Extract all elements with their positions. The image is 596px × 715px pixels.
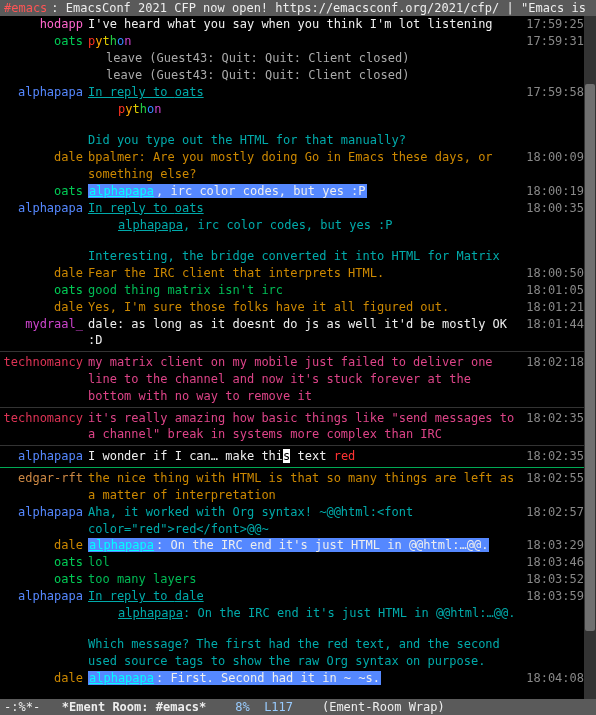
modeline-mode: (Ement-Room Wrap) bbox=[322, 700, 445, 714]
message-text: it's really amazing how basic things lik… bbox=[86, 410, 520, 444]
nick: oats bbox=[0, 554, 86, 571]
link[interactable]: alphapapa bbox=[88, 538, 155, 552]
chat-row: daleYes, I'm sure those folks have it al… bbox=[0, 299, 584, 316]
chat-row: leave (Guest43: Quit: Quit: Client close… bbox=[0, 50, 584, 67]
rainbow-text: python bbox=[118, 102, 161, 116]
chat-log[interactable]: hodappI've heard what you say when you t… bbox=[0, 16, 584, 699]
nick: dale bbox=[0, 265, 86, 282]
chat-row: alphapapaI wonder if I can… make this te… bbox=[0, 448, 584, 465]
chat-row: Interesting, the bridge converted it int… bbox=[0, 248, 584, 265]
modeline-pos: 8% bbox=[235, 700, 249, 714]
nick: alphapapa bbox=[0, 84, 86, 101]
modeline-line: L117 bbox=[264, 700, 293, 714]
link[interactable]: In reply to bbox=[88, 85, 175, 99]
link[interactable]: alphapapa bbox=[88, 671, 155, 685]
nick: hodapp bbox=[0, 16, 86, 33]
timestamp: 18:00:09 bbox=[520, 149, 584, 166]
nick: alphapapa bbox=[0, 448, 86, 465]
message-text: leave (Guest43: Quit: Quit: Client close… bbox=[86, 67, 520, 84]
link[interactable]: In reply to bbox=[88, 589, 175, 603]
chat-row: alphapapaAha, it worked with Org syntax!… bbox=[0, 504, 584, 538]
message-text: dale: as long as it doesnt do js as well… bbox=[86, 316, 520, 350]
message-text: python bbox=[86, 33, 520, 50]
chat-row: alphapapaIn reply to oats18:00:35 bbox=[0, 200, 584, 217]
nick: oats bbox=[0, 282, 86, 299]
timestamp: 18:02:57 bbox=[520, 504, 584, 521]
message-text: python bbox=[86, 101, 520, 118]
timestamp: 18:00:19 bbox=[520, 183, 584, 200]
chat-row: daleFear the IRC client that interprets … bbox=[0, 265, 584, 282]
timestamp: 18:02:18 bbox=[520, 354, 584, 371]
nick: alphapapa bbox=[0, 200, 86, 217]
message-text: In reply to oats bbox=[86, 200, 520, 217]
chat-row: python bbox=[0, 101, 584, 118]
chat-row: alphapapa, irc color codes, but yes :P bbox=[0, 217, 584, 234]
nick: alphapapa bbox=[0, 504, 86, 521]
message-text: leave (Guest43: Quit: Quit: Client close… bbox=[86, 50, 520, 67]
timestamp: 17:59:25 bbox=[520, 16, 584, 33]
message-text: the nice thing with HTML is that so many… bbox=[86, 470, 520, 504]
chat-row: dalebpalmer: Are you mostly doing Go in … bbox=[0, 149, 584, 183]
link[interactable]: alphapapa bbox=[88, 184, 155, 198]
modeline-status: -:%*- bbox=[4, 700, 40, 714]
nick: oats bbox=[0, 183, 86, 200]
modeline-buffer: *Ement Room: #emacs* bbox=[62, 700, 207, 714]
message-text: alphapapa: On the IRC end it's just HTML… bbox=[86, 537, 520, 554]
timestamp: 18:04:08 bbox=[520, 670, 584, 687]
message-text: In reply to oats bbox=[86, 84, 520, 101]
nick: mydraal_ bbox=[0, 316, 86, 333]
link[interactable]: oats bbox=[175, 201, 204, 215]
nick: dale bbox=[0, 149, 86, 166]
nick: oats bbox=[0, 571, 86, 588]
message-text: alphapapa, irc color codes, but yes :P bbox=[86, 217, 520, 234]
chat-row: hodappI've heard what you say when you t… bbox=[0, 16, 584, 33]
timestamp: 18:03:52 bbox=[520, 571, 584, 588]
chat-row: alphapapa: On the IRC end it's just HTML… bbox=[0, 605, 584, 622]
link[interactable]: In reply to bbox=[88, 201, 175, 215]
nick: oats bbox=[0, 33, 86, 50]
chat-row: oatsalphapapa, irc color codes, but yes … bbox=[0, 183, 584, 200]
chat-row: oatslol18:03:46 bbox=[0, 554, 584, 571]
nick: dale bbox=[0, 299, 86, 316]
message-text: Fear the IRC client that interprets HTML… bbox=[86, 265, 520, 282]
message-text: Yes, I'm sure those folks have it all fi… bbox=[86, 299, 520, 316]
channel-name: #emacs bbox=[4, 0, 47, 16]
link[interactable]: dale bbox=[175, 589, 204, 603]
timestamp: 18:00:50 bbox=[520, 265, 584, 282]
chat-row: technomancymy matrix client on my mobile… bbox=[0, 354, 584, 404]
chat-row: leave (Guest43: Quit: Quit: Client close… bbox=[0, 67, 584, 84]
message-text: bpalmer: Are you mostly doing Go in Emac… bbox=[86, 149, 520, 183]
message-text: my matrix client on my mobile just faile… bbox=[86, 354, 520, 404]
timestamp: 18:02:35 bbox=[520, 448, 584, 465]
chat-row: technomancyit's really amazing how basic… bbox=[0, 410, 584, 444]
nick: dale bbox=[0, 537, 86, 554]
chat-row: Did you type out the HTML for that manua… bbox=[0, 132, 584, 149]
nick: technomancy bbox=[0, 410, 86, 427]
scrollbar[interactable] bbox=[584, 16, 596, 699]
chat-row: oatstoo many layers18:03:52 bbox=[0, 571, 584, 588]
message-text: alphapapa: On the IRC end it's just HTML… bbox=[86, 605, 520, 622]
nick: alphapapa bbox=[0, 588, 86, 605]
link[interactable]: alphapapa bbox=[118, 606, 183, 620]
timestamp: 18:03:59 bbox=[520, 588, 584, 605]
chat-row: oatsgood thing matrix isn't irc18:01:05 bbox=[0, 282, 584, 299]
message-text: alphapapa: First. Second had it in ~ ~s. bbox=[86, 670, 520, 687]
chat-row: alphapapaIn reply to oats17:59:58 bbox=[0, 84, 584, 101]
chat-row: Which message? The first had the red tex… bbox=[0, 636, 584, 670]
timestamp: 18:02:35 bbox=[520, 410, 584, 427]
rainbow-text: python bbox=[88, 34, 131, 48]
link[interactable]: alphapapa bbox=[118, 218, 183, 232]
timestamp: 18:03:46 bbox=[520, 554, 584, 571]
link[interactable]: oats bbox=[175, 85, 204, 99]
timestamp: 18:02:55 bbox=[520, 470, 584, 487]
message-text: good thing matrix isn't irc bbox=[86, 282, 520, 299]
channel-topic: : EmacsConf 2021 CFP now open! https://e… bbox=[47, 0, 592, 16]
timestamp: 18:01:05 bbox=[520, 282, 584, 299]
nick: dale bbox=[0, 670, 86, 687]
timestamp: 17:59:58 bbox=[520, 84, 584, 101]
message-text: I've heard what you say when you think I… bbox=[86, 16, 520, 33]
nick: edgar-rft bbox=[0, 470, 86, 487]
timestamp: 17:59:31 bbox=[520, 33, 584, 50]
chat-row: mydraal_dale: as long as it doesnt do js… bbox=[0, 316, 584, 350]
scroll-thumb[interactable] bbox=[585, 84, 595, 630]
